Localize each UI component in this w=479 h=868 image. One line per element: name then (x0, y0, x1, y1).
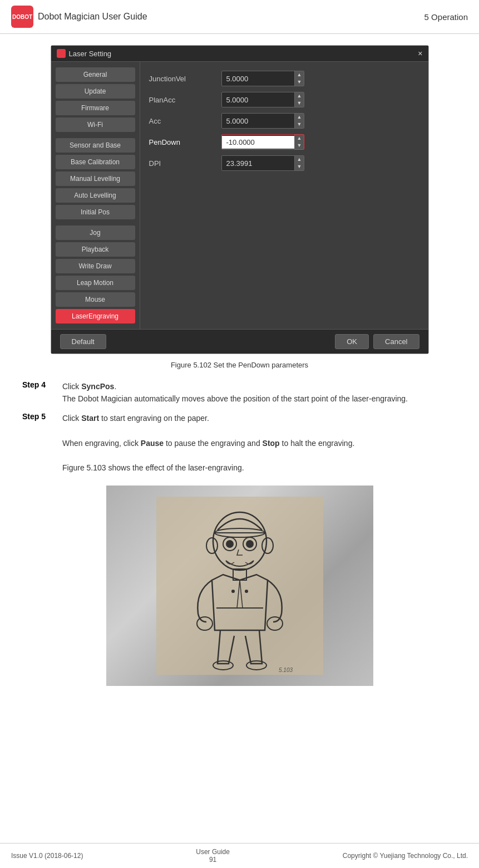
param-label-acc: Acc (149, 117, 216, 125)
cancel-button[interactable]: Cancel (373, 334, 419, 349)
sidebar-btn-sensor-base[interactable]: Sensor and Base (56, 138, 135, 153)
step-5-row: Step 5 Click Start to start engraving on… (22, 412, 457, 474)
acc-up[interactable]: ▲ (295, 114, 304, 121)
dialog-footer: Default OK Cancel (51, 329, 428, 354)
param-row-dpi: DPI ▲ ▼ (149, 155, 419, 171)
dialog-params-area: JunctionVel ▲ ▼ PlanAcc (140, 62, 428, 329)
steps-section: Step 4 Click SyncPos. The Dobot Magician… (22, 380, 457, 474)
main-content: Laser Setting × General Update Firmware … (0, 34, 479, 708)
footer-copyright: Copyright © Yuejiang Technology Co., Ltd… (343, 852, 468, 860)
start-ref: Start (81, 414, 99, 423)
footer-type: User Guide (196, 848, 230, 856)
sidebar-btn-laser-engraving[interactable]: LaserEngraving (56, 309, 135, 323)
dpi-spin[interactable]: ▲ ▼ (294, 156, 304, 170)
dialog-title-icon (57, 49, 66, 58)
sidebar-spacer-1 (56, 134, 135, 136)
svg-point-5 (226, 540, 234, 548)
step-5-label: Step 5 (22, 412, 56, 421)
svg-point-6 (246, 540, 254, 548)
step-4-label: Step 4 (22, 380, 56, 389)
default-button[interactable]: Default (60, 334, 106, 349)
page-header: DOBOT Dobot Magician User Guide 5 Operat… (0, 0, 479, 34)
junctionvel-down[interactable]: ▼ (295, 79, 304, 86)
sidebar-btn-general[interactable]: General (56, 67, 135, 82)
param-label-pendown: PenDown (149, 138, 216, 146)
planacc-down[interactable]: ▼ (295, 100, 304, 107)
figure-103-container: 5.103 (106, 486, 373, 686)
step-4-row: Step 4 Click SyncPos. The Dobot Magician… (22, 380, 457, 405)
param-input-dpi[interactable]: ▲ ▼ (221, 155, 305, 171)
syncpos-ref: SyncPos (81, 382, 114, 391)
svg-rect-0 (156, 497, 323, 675)
param-row-acc: Acc ▲ ▼ (149, 113, 419, 129)
document-title: Dobot Magician User Guide (38, 12, 147, 22)
dialog-body: General Update Firmware Wi-Fi Sensor and… (51, 62, 428, 329)
dialog-titlebar: Laser Setting × (51, 46, 428, 62)
junctionvel-spin[interactable]: ▲ ▼ (294, 71, 304, 86)
figure-103-image: 5.103 (106, 486, 373, 686)
laser-setting-dialog: Laser Setting × General Update Firmware … (51, 45, 429, 354)
ok-button[interactable]: OK (335, 334, 369, 349)
pendown-up[interactable]: ▲ (295, 135, 304, 142)
step-4-content: Click SyncPos. The Dobot Magician automa… (62, 380, 457, 405)
dialog-title-label: Laser Setting (69, 50, 112, 58)
dpi-down[interactable]: ▼ (295, 163, 304, 170)
junctionvel-field[interactable] (222, 72, 294, 85)
param-input-planacc[interactable]: ▲ ▼ (221, 92, 305, 107)
sidebar-btn-update[interactable]: Update (56, 84, 135, 99)
stop-ref: Stop (263, 439, 280, 448)
sidebar-btn-playback[interactable]: Playback (56, 242, 135, 257)
dialog-title: Laser Setting (57, 49, 112, 58)
dobot-logo: DOBOT (11, 6, 33, 28)
param-row-junctionvel: JunctionVel ▲ ▼ (149, 71, 419, 86)
param-row-planacc: PlanAcc ▲ ▼ (149, 92, 419, 107)
acc-down[interactable]: ▼ (295, 121, 304, 128)
dialog-footer-right: OK Cancel (335, 334, 419, 349)
pendown-field[interactable] (222, 136, 294, 149)
sidebar-btn-write-draw[interactable]: Write Draw (56, 259, 135, 273)
sidebar-btn-auto-levelling[interactable]: Auto Levelling (56, 188, 135, 203)
param-label-planacc: PlanAcc (149, 96, 216, 104)
pendown-down[interactable]: ▼ (295, 142, 304, 149)
planacc-field[interactable] (222, 94, 294, 106)
logo-area: DOBOT Dobot Magician User Guide (11, 6, 147, 28)
sidebar-btn-firmware[interactable]: Firmware (56, 101, 135, 115)
sidebar-btn-wifi[interactable]: Wi-Fi (56, 117, 135, 132)
figure-sketch-svg: 5.103 (156, 497, 323, 675)
sidebar-spacer-2 (56, 222, 135, 223)
step-5-content: Click Start to start engraving on the pa… (62, 412, 457, 474)
acc-spin[interactable]: ▲ ▼ (294, 114, 304, 128)
dialog-close-button[interactable]: × (418, 49, 422, 58)
acc-field[interactable] (222, 115, 294, 127)
sidebar-btn-initial-pos[interactable]: Initial Pos (56, 205, 135, 219)
param-label-junctionvel: JunctionVel (149, 75, 216, 83)
page-footer: Issue V1.0 (2018-06-12) User Guide 91 Co… (0, 843, 479, 868)
param-input-pendown[interactable]: ▲ ▼ (221, 134, 305, 150)
param-input-junctionvel[interactable]: ▲ ▼ (221, 71, 305, 86)
pause-ref: Pause (141, 439, 164, 448)
footer-center: User Guide 91 (196, 848, 230, 864)
dialog-sidebar: General Update Firmware Wi-Fi Sensor and… (51, 62, 140, 329)
svg-point-15 (245, 590, 248, 593)
footer-issue: Issue V1.0 (2018-06-12) (11, 852, 83, 860)
pendown-spin[interactable]: ▲ ▼ (294, 135, 304, 149)
footer-page: 91 (209, 856, 216, 864)
dpi-field[interactable] (222, 157, 294, 170)
param-input-acc[interactable]: ▲ ▼ (221, 113, 305, 129)
param-label-dpi: DPI (149, 159, 216, 168)
chapter-label: 5 Operation (424, 12, 468, 22)
figure-caption-102: Figure 5.102 Set the PenDown parameters (22, 361, 457, 369)
svg-point-14 (231, 590, 235, 593)
planacc-spin[interactable]: ▲ ▼ (294, 92, 304, 107)
sidebar-btn-base-calibration[interactable]: Base Calibration (56, 155, 135, 169)
sidebar-btn-leap-motion[interactable]: Leap Motion (56, 276, 135, 290)
sidebar-btn-jog[interactable]: Jog (56, 225, 135, 240)
dpi-up[interactable]: ▲ (295, 156, 304, 163)
svg-text:5.103: 5.103 (279, 667, 293, 673)
sidebar-btn-manual-levelling[interactable]: Manual Levelling (56, 171, 135, 186)
sidebar-btn-mouse[interactable]: Mouse (56, 292, 135, 307)
planacc-up[interactable]: ▲ (295, 92, 304, 100)
junctionvel-up[interactable]: ▲ (295, 71, 304, 79)
param-row-pendown: PenDown ▲ ▼ (149, 134, 419, 150)
